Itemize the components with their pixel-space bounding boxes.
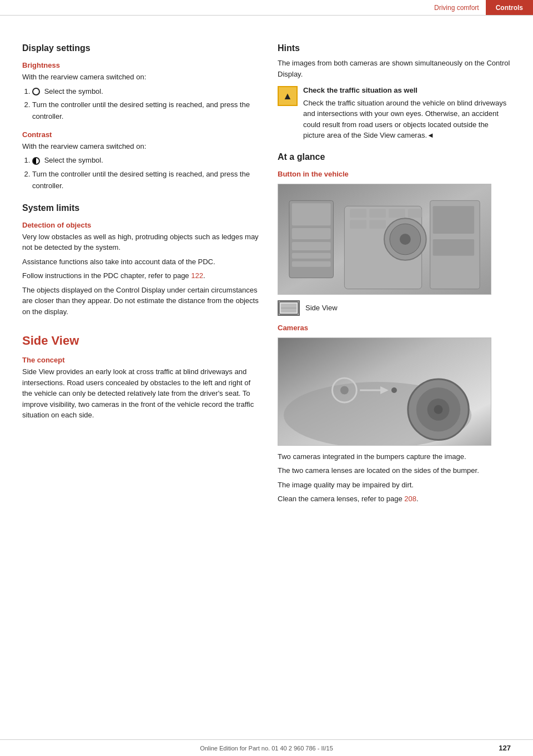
system-limits-title: System limits — [22, 203, 261, 213]
sun-icon — [32, 88, 40, 95]
display-settings-title: Display settings — [22, 43, 261, 53]
brightness-step-2: Turn the controller until the desired se… — [32, 99, 261, 123]
side-view-icon — [278, 300, 300, 316]
detection-p2: Assistance functions also take into acco… — [22, 256, 261, 268]
side-view-large-title: Side View — [22, 334, 261, 348]
left-column: Display settings Brightness With the rea… — [22, 32, 261, 508]
detection-p3: Follow instructions in the PDC chapter, … — [22, 270, 261, 281]
svg-rect-14 — [408, 209, 422, 218]
concept-p1: Side View provides an early look at cros… — [22, 366, 261, 421]
contrast-list: Select the symbol. Turn the controller u… — [32, 155, 261, 191]
side-view-label: Side View — [305, 304, 338, 312]
svg-point-10 — [400, 234, 411, 245]
camera-page-link[interactable]: 208 — [404, 495, 416, 503]
pdc-page-link[interactable]: 122 — [191, 271, 203, 280]
warning-text: Check the traffic situation as well Chec… — [303, 85, 511, 141]
page-header: Driving comfort Controls — [0, 0, 533, 16]
contrast-step-1: Select the symbol. — [32, 155, 261, 167]
warning-box: ▲ Check the traffic situation as well Ch… — [278, 85, 511, 141]
warning-body: Check the traffic situation around the v… — [303, 98, 511, 141]
camera-image — [278, 337, 491, 446]
page-number: 127 — [499, 744, 511, 752]
detection-title: Detection of objects — [22, 221, 261, 229]
camera-svg — [278, 337, 491, 446]
brightness-title: Brightness — [22, 61, 261, 69]
cameras-p4: Clean the camera lenses, refer to page 2… — [278, 493, 511, 505]
main-content: Display settings Brightness With the rea… — [0, 16, 533, 525]
concept-title: The concept — [22, 356, 261, 364]
half-circle-icon — [32, 157, 40, 165]
contrast-step-2: Turn the controller until the desired se… — [32, 169, 261, 192]
svg-point-30 — [340, 386, 349, 395]
svg-rect-5 — [292, 253, 331, 258]
svg-rect-2 — [292, 203, 331, 225]
svg-rect-11 — [350, 209, 366, 218]
svg-rect-13 — [389, 209, 405, 218]
right-column: Hints The images from both cameras are s… — [278, 32, 511, 508]
cameras-p3: The image quality may be impaired by dir… — [278, 480, 511, 491]
warning-icon: ▲ — [278, 86, 298, 106]
contrast-title: Contrast — [22, 130, 261, 139]
warning-title: Check the traffic situation as well — [303, 85, 511, 96]
detection-p4: The objects displayed on the Control Dis… — [22, 285, 261, 317]
brightness-step-1: Select the symbol. — [32, 86, 261, 98]
button-in-vehicle-title: Button in the vehicle — [278, 170, 511, 178]
svg-rect-6 — [292, 261, 331, 266]
header-controls: Controls — [486, 0, 533, 15]
detection-p1: Very low obstacles as well as high, prot… — [22, 231, 261, 253]
vehicle-interior-svg — [278, 184, 491, 295]
svg-point-28 — [434, 405, 443, 414]
contrast-intro: With the rearview camera switched on: — [22, 141, 261, 152]
svg-rect-4 — [292, 241, 331, 250]
svg-point-33 — [391, 387, 397, 393]
svg-rect-16 — [369, 220, 386, 229]
svg-rect-12 — [369, 209, 386, 218]
footer-text: Online Edition for Part no. 01 40 2 960 … — [200, 745, 333, 752]
at-a-glance-title: At a glance — [278, 152, 511, 162]
hints-p1: The images from both cameras are shown s… — [278, 58, 511, 79]
hints-title: Hints — [278, 43, 511, 53]
brightness-list: Select the symbol. Turn the controller u… — [32, 86, 261, 123]
side-view-icon-row: Side View — [278, 300, 511, 316]
cameras-title: Cameras — [278, 324, 511, 332]
vehicle-interior-image — [278, 184, 491, 295]
page-footer: Online Edition for Part no. 01 40 2 960 … — [0, 739, 533, 756]
svg-rect-3 — [292, 228, 331, 239]
cameras-p2: The two camera lenses are located on the… — [278, 465, 511, 476]
header-driving-comfort: Driving comfort — [428, 4, 486, 12]
svg-rect-19 — [433, 239, 475, 256]
svg-rect-18 — [433, 206, 475, 234]
cameras-p1: Two cameras integrated in the bumpers ca… — [278, 451, 511, 462]
brightness-intro: With the rearview camera switched on: — [22, 72, 261, 83]
svg-rect-15 — [350, 220, 366, 229]
